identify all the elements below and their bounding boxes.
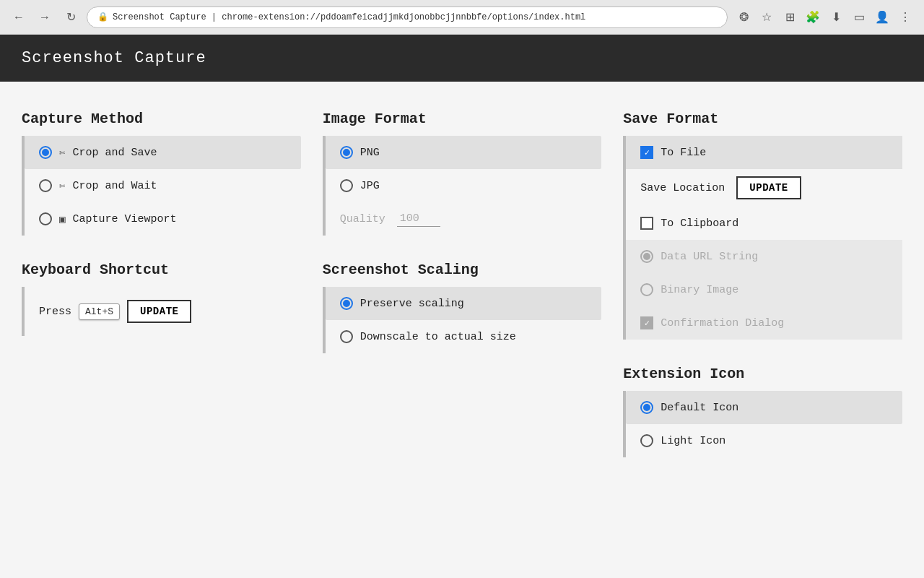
download-button[interactable]: ⬇ (826, 7, 846, 27)
share-button[interactable]: ❂ (733, 7, 754, 27)
save-format-title: Save Format (623, 111, 902, 127)
profile-button[interactable]: 👤 (872, 7, 892, 27)
jpg-label: JPG (360, 180, 380, 192)
radio-binary-image (640, 283, 653, 296)
quality-row: Quality (326, 202, 602, 236)
viewport-icon: ▣ (59, 213, 65, 225)
save-binary-image-option: Binary Image (626, 273, 902, 306)
checkbox-to-clipboard (640, 217, 653, 230)
checkbox-to-file: ✓ (640, 146, 653, 159)
sidebar-button[interactable]: ▭ (849, 7, 869, 27)
save-to-file-option[interactable]: ✓ To File (626, 136, 902, 169)
shortcut-row: Press Alt+S UPDATE (25, 287, 301, 336)
lock-icon: 🔒 (97, 12, 108, 22)
radio-crop-save (39, 146, 52, 159)
app-header: Screenshot Capture (0, 35, 924, 82)
extension-icon-title: Extension Icon (623, 366, 902, 382)
to-clipboard-label: To Clipboard (661, 217, 738, 230)
back-button[interactable]: ← (9, 7, 29, 27)
image-format-panel: PNG JPG Quality (323, 136, 602, 236)
radio-light-icon (640, 434, 653, 447)
shortcut-update-button[interactable]: UPDATE (127, 300, 191, 323)
puzzle-button[interactable]: 🧩 (803, 7, 823, 27)
column-left: Capture Method ✄ Crop and Save ✄ Crop an… (22, 111, 301, 457)
extension-icon-section: Extension Icon Default Icon Light Icon (623, 366, 902, 457)
browser-chrome: ← → ↻ 🔒 Screenshot Capture | chrome-exte… (0, 0, 924, 35)
capture-option-viewport[interactable]: ▣ Capture Viewport (25, 202, 301, 236)
checkbox-confirmation-dialog: ✓ (640, 316, 653, 329)
save-format-section: Save Format ✓ To File Save Location UPDA… (623, 111, 902, 340)
press-label: Press (39, 306, 71, 318)
radio-jpg (340, 179, 353, 192)
capture-method-section: Capture Method ✄ Crop and Save ✄ Crop an… (22, 111, 301, 236)
crop-wait-label: Crop and Wait (72, 180, 157, 192)
viewport-label: Capture Viewport (72, 213, 176, 225)
screenshot-scaling-panel: Preserve scaling Downscale to actual siz… (323, 287, 602, 353)
column-right: Save Format ✓ To File Save Location UPDA… (623, 111, 902, 457)
capture-method-title: Capture Method (22, 111, 301, 127)
reload-button[interactable]: ↻ (61, 7, 81, 27)
preserve-label: Preserve scaling (360, 298, 464, 310)
image-format-title: Image Format (323, 111, 602, 127)
url-text: Screenshot Capture | chrome-extension://… (113, 12, 585, 22)
binary-image-label: Binary Image (661, 284, 738, 296)
save-location-update-button[interactable]: UPDATE (736, 176, 801, 199)
menu-button[interactable]: ⋮ (895, 7, 915, 27)
capture-option-crop-save[interactable]: ✄ Crop and Save (25, 136, 301, 169)
keyboard-shortcut-panel: Press Alt+S UPDATE (22, 287, 301, 336)
capture-option-crop-wait[interactable]: ✄ Crop and Wait (25, 169, 301, 202)
quality-input[interactable] (397, 211, 440, 227)
screenshot-scaling-title: Screenshot Scaling (323, 262, 602, 278)
column-middle: Image Format PNG JPG Quality (323, 111, 602, 457)
keyboard-shortcut-section: Keyboard Shortcut Press Alt+S UPDATE (22, 262, 301, 336)
save-data-url-option: Data URL String (626, 240, 902, 273)
screenshot-scaling-section: Screenshot Scaling Preserve scaling Down… (323, 262, 602, 353)
radio-downscale (340, 330, 353, 343)
downscale-label: Downscale to actual size (360, 331, 516, 343)
extension-icon-panel: Default Icon Light Icon (623, 391, 902, 457)
to-file-label: To File (661, 147, 706, 159)
radio-data-url (640, 250, 653, 263)
app-title: Screenshot Capture (22, 49, 206, 67)
scaling-option-preserve[interactable]: Preserve scaling (326, 287, 602, 320)
save-to-clipboard-option[interactable]: To Clipboard (626, 207, 902, 240)
save-location-label: Save Location (640, 182, 725, 194)
forward-button[interactable]: → (35, 7, 55, 27)
quality-label: Quality (340, 213, 385, 225)
radio-viewport (39, 212, 52, 225)
save-format-panel: ✓ To File Save Location UPDATE To Clipbo… (623, 136, 902, 340)
light-icon-label: Light Icon (661, 435, 725, 447)
crop-save-icon: ✄ (59, 147, 65, 159)
address-bar[interactable]: 🔒 Screenshot Capture | chrome-extension:… (87, 7, 728, 28)
scaling-option-downscale[interactable]: Downscale to actual size (326, 320, 602, 353)
crop-wait-icon: ✄ (59, 180, 65, 192)
shortcut-key-badge: Alt+S (79, 303, 120, 320)
bookmark-button[interactable]: ☆ (757, 7, 777, 27)
icon-option-default[interactable]: Default Icon (626, 391, 902, 424)
main-content: Capture Method ✄ Crop and Save ✄ Crop an… (0, 82, 924, 486)
capture-method-panel: ✄ Crop and Save ✄ Crop and Wait ▣ Captur… (22, 136, 301, 236)
png-label: PNG (360, 147, 380, 159)
radio-preserve (340, 297, 353, 310)
format-option-jpg[interactable]: JPG (326, 169, 602, 202)
data-url-label: Data URL String (661, 251, 758, 263)
browser-actions: ❂ ☆ ⊞ 🧩 ⬇ ▭ 👤 ⋮ (733, 7, 915, 27)
extensions-button[interactable]: ⊞ (780, 7, 800, 27)
default-icon-label: Default Icon (661, 402, 738, 414)
radio-png (340, 146, 353, 159)
icon-option-light[interactable]: Light Icon (626, 424, 902, 457)
save-location-row: Save Location UPDATE (626, 169, 902, 207)
image-format-section: Image Format PNG JPG Quality (323, 111, 602, 236)
confirmation-dialog-label: Confirmation Dialog (661, 317, 784, 329)
radio-default-icon (640, 401, 653, 414)
keyboard-shortcut-title: Keyboard Shortcut (22, 262, 301, 278)
save-confirmation-dialog-option: ✓ Confirmation Dialog (626, 306, 902, 340)
radio-crop-wait (39, 179, 52, 192)
crop-save-label: Crop and Save (72, 147, 157, 159)
format-option-png[interactable]: PNG (326, 136, 602, 169)
